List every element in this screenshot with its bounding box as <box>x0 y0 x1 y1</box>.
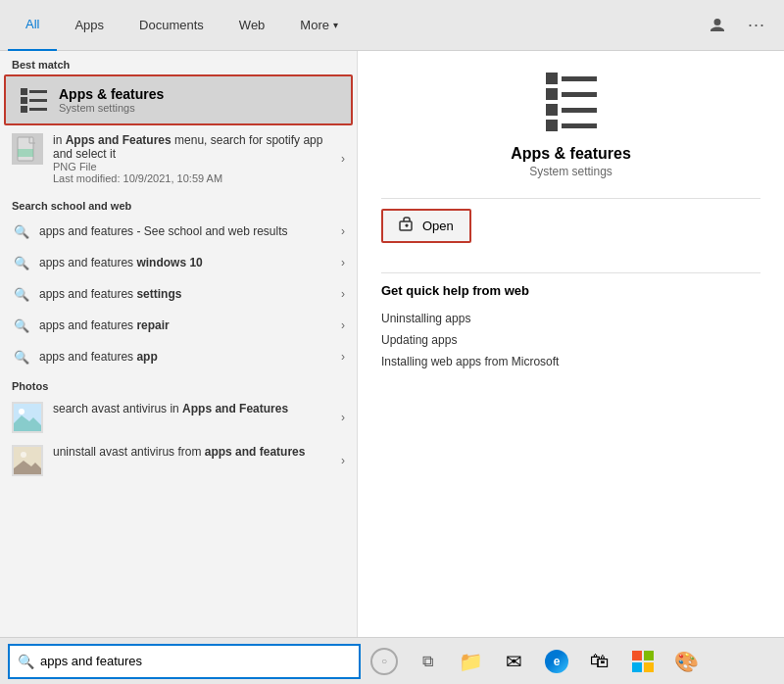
mail-icon: ✉ <box>506 650 522 673</box>
file-title: in Apps and Features menu, search for sp… <box>53 133 337 161</box>
tab-web[interactable]: Web <box>221 0 283 51</box>
cortana-button[interactable]: ○ <box>365 642 404 681</box>
tab-documents[interactable]: Documents <box>122 0 221 51</box>
file-result[interactable]: in Apps and Features menu, search for sp… <box>0 125 357 192</box>
web-result-text-4: apps and features app <box>39 350 337 364</box>
chevron-right-icon-4: › <box>341 350 345 364</box>
edge-icon: e <box>545 650 568 673</box>
photos-result-1[interactable]: uninstall avast antivirus from apps and … <box>0 439 357 482</box>
web-result-4[interactable]: 🔍 apps and features app › <box>0 341 357 372</box>
svg-point-5 <box>21 452 26 458</box>
best-match-title: Apps & features <box>59 86 164 102</box>
best-match-subtitle: System settings <box>59 102 164 114</box>
web-result-1[interactable]: 🔍 apps and features windows 10 › <box>0 247 357 278</box>
svg-point-3 <box>19 409 24 415</box>
search-icon-4: 🔍 <box>12 347 31 366</box>
xbox-icon <box>632 651 654 672</box>
mail-button[interactable]: ✉ <box>494 642 533 681</box>
photo-thumb-1 <box>12 445 43 476</box>
app-detail-subtitle: System settings <box>381 165 760 178</box>
photos-text-1: uninstall avast antivirus from apps and … <box>53 445 337 459</box>
store-button[interactable]: 🛍 <box>580 642 619 681</box>
quick-help-title: Get quick help from web <box>381 283 760 298</box>
person-icon[interactable] <box>702 10 733 41</box>
svg-rect-1 <box>18 149 33 157</box>
web-result-3[interactable]: 🔍 apps and features repair › <box>0 310 357 341</box>
file-explorer-button[interactable]: 📁 <box>451 642 490 681</box>
tab-more[interactable]: More ▾ <box>282 0 356 51</box>
web-result-text-1: apps and features windows 10 <box>39 256 337 269</box>
tab-all[interactable]: All <box>8 0 57 51</box>
chevron-right-photos-0: › <box>341 411 345 424</box>
right-panel: Apps & features System settings Open Get… <box>358 51 784 637</box>
search-icon-1: 🔍 <box>12 253 31 272</box>
chevron-right-icon-0: › <box>341 224 345 238</box>
open-icon <box>399 217 415 235</box>
quick-help-link-0[interactable]: Uninstalling apps <box>381 308 760 329</box>
search-icon-3: 🔍 <box>12 316 31 335</box>
file-title-prefix: in <box>53 133 66 147</box>
left-panel: Best match Apps & features System settin… <box>0 51 358 637</box>
chevron-right-icon: › <box>341 152 345 166</box>
search-input-area: 🔍 <box>8 644 361 679</box>
search-icon-0: 🔍 <box>12 221 31 241</box>
color-app-icon: 🎨 <box>674 650 699 673</box>
nav-tabs: All Apps Documents Web More ▾ <box>8 0 702 51</box>
search-input[interactable] <box>40 654 351 668</box>
more-options-icon[interactable]: ··· <box>741 10 772 41</box>
chevron-right-icon-2: › <box>341 287 345 301</box>
file-info: in Apps and Features menu, search for sp… <box>53 133 337 184</box>
task-view-icon: ⧉ <box>422 653 433 670</box>
photos-result-0[interactable]: search avast antivirus in Apps and Featu… <box>0 396 357 439</box>
divider-1 <box>381 198 760 199</box>
store-icon: 🛍 <box>590 650 610 672</box>
apps-features-small-icon <box>18 84 49 116</box>
quick-help-link-2[interactable]: Installing web apps from Microsoft <box>381 351 760 372</box>
png-file-icon <box>12 133 43 165</box>
web-result-0[interactable]: 🔍 apps and features - See school and web… <box>0 216 357 247</box>
web-result-2[interactable]: 🔍 apps and features settings › <box>0 278 357 310</box>
top-nav: All Apps Documents Web More ▾ ··· <box>0 0 784 51</box>
file-type: PNG File <box>53 161 337 172</box>
search-input-icon: 🔍 <box>18 654 34 669</box>
tab-apps[interactable]: Apps <box>57 0 122 51</box>
web-result-text-0: apps and features - See school and web r… <box>39 224 337 238</box>
xbox-button[interactable] <box>623 642 662 681</box>
web-section-label: Search school and web <box>0 192 357 216</box>
photos-text-0: search avast antivirus in Apps and Featu… <box>53 402 337 415</box>
open-button[interactable]: Open <box>381 209 471 243</box>
large-apps-features-icon <box>540 71 603 133</box>
divider-2 <box>381 272 760 273</box>
app-title: Apps & features <box>381 145 760 163</box>
best-match-text: Apps & features System settings <box>59 86 164 114</box>
chevron-down-icon: ▾ <box>333 20 338 30</box>
chevron-right-photos-1: › <box>341 454 345 467</box>
app-detail-icon <box>381 71 760 133</box>
photo-thumb-0 <box>12 402 43 433</box>
main-content: Best match Apps & features System settin… <box>0 51 784 637</box>
web-result-text-3: apps and features repair <box>39 318 337 332</box>
photos-section-label: Photos <box>0 372 357 396</box>
nav-icons: ··· <box>702 10 772 41</box>
search-icon-2: 🔍 <box>12 284 31 304</box>
web-result-text-2: apps and features settings <box>39 287 337 301</box>
best-match-label: Best match <box>0 51 357 74</box>
color-app-button[interactable]: 🎨 <box>666 642 706 681</box>
chevron-right-icon-3: › <box>341 318 345 332</box>
file-title-bold: Apps and Features <box>66 133 172 147</box>
chevron-right-icon-1: › <box>341 256 345 269</box>
quick-help-link-1[interactable]: Updating apps <box>381 329 760 351</box>
task-view-button[interactable]: ⧉ <box>408 642 447 681</box>
cortana-icon: ○ <box>370 648 398 675</box>
file-modified: Last modified: 10/9/2021, 10:59 AM <box>53 172 337 184</box>
file-explorer-icon: 📁 <box>459 650 483 673</box>
bottom-bar: 🔍 ○ ⧉ 📁 ✉ e 🛍 🎨 <box>0 637 784 684</box>
edge-button[interactable]: e <box>537 642 576 681</box>
best-match-item[interactable]: Apps & features System settings <box>4 74 353 125</box>
